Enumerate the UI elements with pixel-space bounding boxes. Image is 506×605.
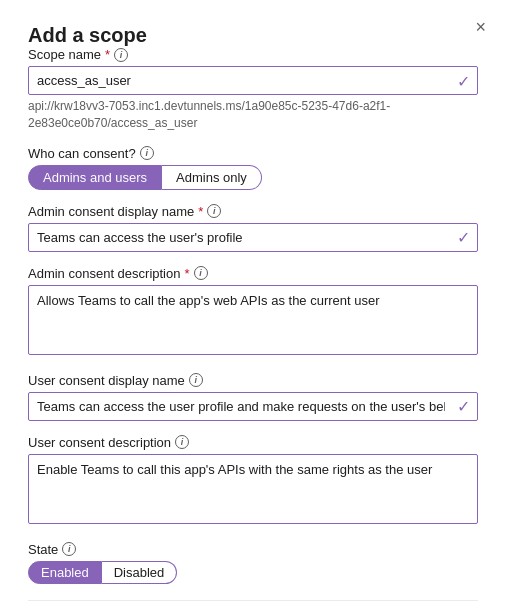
disabled-button[interactable]: Disabled — [102, 561, 178, 584]
user-consent-display-name-input-wrapper: ✓ — [28, 392, 478, 421]
state-buttons-group: Enabled Disabled — [28, 561, 478, 584]
scope-name-input[interactable] — [28, 66, 478, 95]
divider — [28, 600, 478, 601]
scope-name-field: Scope name * i ✓ api://krw18vv3-7053.inc… — [28, 47, 478, 132]
user-consent-display-name-input[interactable] — [28, 392, 478, 421]
admins-and-users-button[interactable]: Admins and users — [28, 165, 162, 190]
user-consent-display-name-field: User consent display name i ✓ — [28, 373, 478, 421]
admin-consent-description-info-icon[interactable]: i — [194, 266, 208, 280]
consent-buttons-group: Admins and users Admins only — [28, 165, 478, 190]
required-star: * — [105, 47, 110, 62]
state-info-icon[interactable]: i — [62, 542, 76, 556]
enabled-button[interactable]: Enabled — [28, 561, 102, 584]
who-can-consent-label: Who can consent? i — [28, 146, 478, 161]
who-can-consent-info-icon[interactable]: i — [140, 146, 154, 160]
scope-name-label: Scope name * i — [28, 47, 478, 62]
user-consent-description-field: User consent description i Enable Teams … — [28, 435, 478, 528]
user-consent-display-name-label: User consent display name i — [28, 373, 478, 388]
state-label: State i — [28, 542, 478, 557]
dialog-title: Add a scope — [28, 24, 147, 46]
admin-consent-display-name-field: Admin consent display name * i ✓ — [28, 204, 478, 252]
who-can-consent-field: Who can consent? i Admins and users Admi… — [28, 146, 478, 190]
admin-consent-display-name-check: ✓ — [457, 228, 470, 247]
required-star-2: * — [198, 204, 203, 219]
admin-consent-description-field: Admin consent description * i Allows Tea… — [28, 266, 478, 359]
admin-consent-display-name-input-wrapper: ✓ — [28, 223, 478, 252]
scope-name-input-wrapper: ✓ — [28, 66, 478, 95]
admin-consent-description-label: Admin consent description * i — [28, 266, 478, 281]
user-consent-description-label: User consent description i — [28, 435, 478, 450]
close-button[interactable]: × — [475, 18, 486, 36]
scope-name-check: ✓ — [457, 71, 470, 90]
admin-consent-display-name-input[interactable] — [28, 223, 478, 252]
user-consent-description-info-icon[interactable]: i — [175, 435, 189, 449]
user-consent-display-name-info-icon[interactable]: i — [189, 373, 203, 387]
admin-consent-display-name-label: Admin consent display name * i — [28, 204, 478, 219]
add-scope-dialog: Add a scope × Scope name * i ✓ api://krw… — [0, 0, 506, 605]
scope-name-info-icon[interactable]: i — [114, 48, 128, 62]
admins-only-button[interactable]: Admins only — [162, 165, 262, 190]
user-consent-display-name-check: ✓ — [457, 397, 470, 416]
required-star-3: * — [184, 266, 189, 281]
user-consent-description-input[interactable]: Enable Teams to call this app's APIs wit… — [28, 454, 478, 524]
admin-consent-display-name-info-icon[interactable]: i — [207, 204, 221, 218]
admin-consent-description-input[interactable]: Allows Teams to call the app's web APIs … — [28, 285, 478, 355]
state-field: State i Enabled Disabled — [28, 542, 478, 584]
scope-name-hint: api://krw18vv3-7053.inc1.devtunnels.ms/1… — [28, 98, 478, 132]
